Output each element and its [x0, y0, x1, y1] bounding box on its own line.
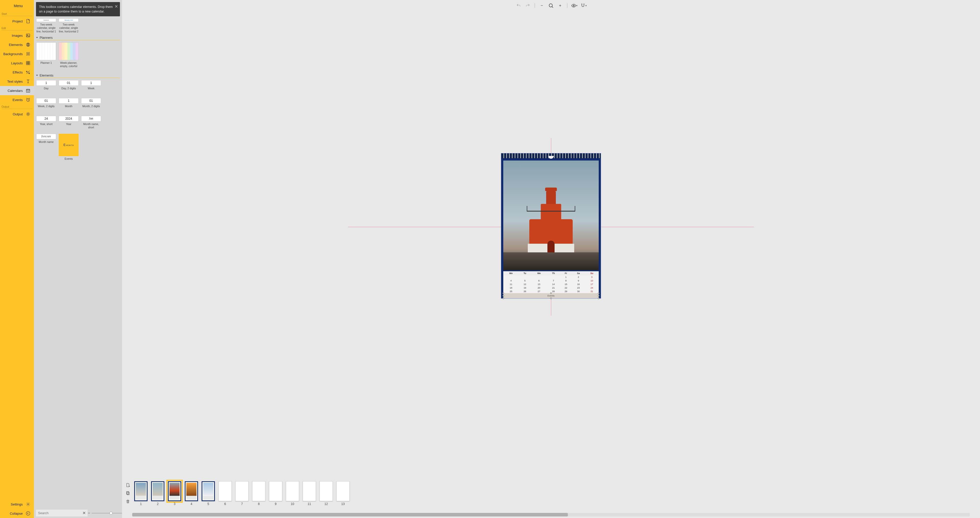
svg-rect-7: [26, 61, 28, 63]
thumb-yearshort[interactable]: 24Year, short: [36, 116, 56, 132]
page-thumb-8[interactable]: 8: [252, 481, 266, 506]
clock-icon: [25, 97, 31, 103]
thumb-month[interactable]: 1Month: [59, 98, 79, 114]
zoom-out-canvas[interactable]: −: [538, 2, 545, 9]
thumb-month2[interactable]: 01Month, 2 digits: [81, 98, 101, 114]
thumb-day2[interactable]: 01Day, 2 digits: [59, 80, 79, 97]
image-icon: [25, 33, 31, 38]
snap-button[interactable]: ▾: [580, 2, 587, 9]
layouts-icon: [25, 60, 31, 66]
sidebar-item-effects[interactable]: Effects: [0, 68, 34, 77]
gear-icon: [25, 501, 31, 507]
visibility-button[interactable]: ▾: [571, 2, 578, 9]
sidebar-item-settings[interactable]: Settings: [0, 500, 34, 509]
svg-rect-8: [28, 61, 30, 63]
svg-line-21: [552, 6, 553, 8]
clear-search-icon[interactable]: ✕: [83, 511, 86, 515]
section-start: Start: [0, 11, 34, 15]
sidebar-item-layouts[interactable]: Layouts: [0, 59, 34, 68]
text-icon: [25, 79, 31, 84]
thumb-twoweek-2[interactable]: January ▪▪▪▪▪Two-week calendar, single l…: [59, 18, 79, 33]
page-thumb-10[interactable]: 10: [286, 481, 299, 506]
thumb-twoweek-1[interactable]: ▪▪▪▪▪▪▪▪▪▪Two-week calendar, single line…: [36, 18, 56, 33]
search-input[interactable]: [36, 510, 88, 516]
svg-point-19: [26, 512, 30, 515]
redo-button[interactable]: [525, 2, 531, 9]
sidebar-item-collapse[interactable]: Collapse: [0, 509, 34, 518]
output-icon: [25, 111, 31, 117]
canvas-stage[interactable]: MoTuWeThFrSaSu12345678910111213141516171…: [122, 11, 980, 480]
page-strip-scrollbar[interactable]: [132, 513, 970, 516]
backgrounds-icon: [25, 51, 31, 57]
toolbox-scroll[interactable]: ▪▪▪▪▪▪▪▪▪▪Two-week calendar, single line…: [34, 18, 122, 508]
sidebar-item-backgrounds[interactable]: Backgrounds: [0, 49, 34, 59]
page-thumb-3[interactable]: 3: [168, 481, 181, 506]
page-thumb-13[interactable]: 13: [336, 481, 350, 506]
sidebar-item-calendars[interactable]: Calendars31: [0, 86, 34, 95]
collapse-icon: [25, 511, 31, 516]
toolbox-tip: This toolbox contains calendar elements.…: [36, 2, 120, 16]
toolbox-panel: This toolbox contains calendar elements.…: [34, 0, 122, 518]
sidebar-item-events[interactable]: Events: [0, 95, 34, 104]
zoom-out-button[interactable]: −: [88, 511, 90, 515]
close-icon[interactable]: ✕: [115, 3, 118, 10]
thumb-monthshort[interactable]: JanMonth name, short: [81, 116, 101, 132]
page-thumb-9[interactable]: 9: [269, 481, 282, 506]
spiral-binding: [501, 153, 601, 159]
page-photo[interactable]: [503, 160, 599, 270]
duplicate-page-button[interactable]: [126, 491, 130, 497]
thumb-planner-1[interactable]: Planner 1: [36, 42, 56, 71]
undo-button[interactable]: [515, 2, 522, 9]
page-thumb-11[interactable]: 11: [303, 481, 316, 506]
calendar-page[interactable]: MoTuWeThFrSaSu12345678910111213141516171…: [501, 153, 601, 298]
svg-point-5: [27, 44, 29, 45]
calendar-icon: 31: [25, 88, 31, 94]
zoom-slider[interactable]: [92, 513, 122, 513]
zoom-in-canvas[interactable]: +: [557, 2, 563, 9]
zoom-fit-button[interactable]: [548, 2, 554, 9]
canvas-toolbar: − + ▾ ▾: [122, 0, 980, 11]
events-band[interactable]: Events: [503, 293, 599, 298]
svg-text:31: 31: [27, 91, 29, 92]
page-thumb-4[interactable]: 4: [185, 481, 198, 506]
svg-rect-10: [28, 63, 30, 65]
page-thumb-2[interactable]: 2: [151, 481, 164, 506]
thumb-planner-2[interactable]: Week planner, empty, colorful: [59, 42, 79, 71]
hamburger-icon: [25, 3, 31, 9]
svg-rect-3: [26, 34, 30, 37]
thumb-events[interactable]: EventsEvents: [59, 134, 79, 167]
thumb-monthname[interactable]: JanuaryMonth name: [36, 134, 56, 167]
delete-page-button[interactable]: [126, 499, 130, 505]
sidebar-item-elements[interactable]: Elements: [0, 40, 34, 49]
effects-icon: [25, 69, 31, 75]
svg-rect-9: [26, 63, 28, 65]
page-thumb-5[interactable]: 5: [202, 481, 215, 506]
sidebar: Menu Start Project Edit Images Elements …: [0, 0, 34, 518]
canvas-area: − + ▾ ▾: [122, 0, 980, 518]
page-strip: 12345678910111213: [122, 480, 980, 518]
thumb-week2[interactable]: 01Week, 2 digits: [36, 98, 56, 114]
page-thumb-7[interactable]: 7: [235, 481, 248, 506]
svg-point-22: [573, 5, 574, 6]
calendar-grid[interactable]: MoTuWeThFrSaSu12345678910111213141516171…: [503, 271, 599, 298]
svg-point-20: [549, 4, 552, 7]
svg-point-6: [26, 43, 30, 46]
add-page-button[interactable]: [126, 483, 130, 488]
sidebar-item-project[interactable]: Project: [0, 17, 34, 26]
sidebar-item-output[interactable]: Output: [0, 110, 34, 119]
thumb-year[interactable]: 2024Year: [59, 116, 79, 132]
fold-planners[interactable]: Planners: [36, 35, 120, 40]
thumb-week[interactable]: 1Week: [81, 80, 101, 97]
page-thumb-6[interactable]: 6: [218, 481, 232, 506]
project-icon: [25, 18, 31, 24]
section-edit: Edit: [0, 26, 34, 30]
elements-icon: [25, 42, 31, 48]
sidebar-item-textstyles[interactable]: Text styles: [0, 77, 34, 86]
fold-elements[interactable]: Elements: [36, 73, 120, 78]
sidebar-item-images[interactable]: Images: [0, 31, 34, 40]
page-thumb-1[interactable]: 1: [134, 481, 148, 506]
section-output: Output: [0, 104, 34, 108]
menu-button[interactable]: Menu: [0, 0, 34, 11]
thumb-day[interactable]: 1Day: [36, 80, 56, 97]
page-thumb-12[interactable]: 12: [320, 481, 333, 506]
